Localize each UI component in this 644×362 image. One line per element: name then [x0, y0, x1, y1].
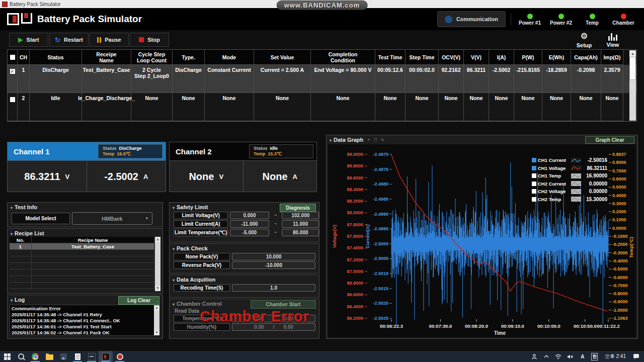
model-select-dropdown[interactable]: HMBaek ▼	[72, 212, 152, 225]
channel-1-voltage: 86.3211V	[8, 161, 87, 192]
taskbar-chrome-button[interactable]	[28, 351, 42, 362]
legend-row-ch1-current: CH1 Current-2.50016	[532, 156, 607, 164]
section-collapse-icon[interactable]: ▾	[173, 278, 175, 283]
tray-notification-button[interactable]	[631, 351, 641, 362]
section-collapse-icon[interactable]: ▾	[173, 247, 175, 251]
scroll-down-icon[interactable]: ▼	[154, 330, 159, 335]
pack-value-field[interactable]: -10.000	[232, 261, 315, 269]
section-collapse-icon[interactable]: ▾	[330, 138, 332, 143]
recipe-empty-row	[10, 283, 154, 289]
legend-checkbox[interactable]	[532, 166, 536, 170]
start-menu-button[interactable]	[0, 351, 14, 362]
channel-2-status: Idle	[270, 146, 278, 151]
temp-tick-label: -1.0000	[612, 308, 628, 313]
scroll-up-icon[interactable]: ▲	[629, 50, 636, 57]
current-tick-label: -2.4995	[373, 226, 388, 231]
table-cell: None	[406, 93, 439, 121]
diagnosis-button[interactable]: Diagnosis	[280, 204, 316, 212]
voltage-tick-label: 89.0000	[347, 152, 363, 157]
folder-icon	[46, 354, 53, 360]
log-line: Communication Error	[12, 306, 152, 312]
legend-checkbox[interactable]	[532, 189, 536, 194]
taskbar-clock[interactable]: 오후 2:41	[602, 353, 629, 360]
table-cell: 00:05:02.0	[406, 65, 439, 93]
chrome-icon	[32, 353, 39, 360]
channel-2-temp: 15.3℃	[268, 151, 282, 156]
taskbar-search-button[interactable]	[14, 351, 28, 362]
pause-button[interactable]: Pause	[90, 33, 129, 47]
section-collapse-icon[interactable]: ▾	[11, 206, 13, 210]
legend-checkbox[interactable]	[532, 182, 536, 186]
restart-icon: ↻	[55, 36, 60, 44]
scroll-down-icon[interactable]: ▼	[155, 286, 160, 291]
table-row[interactable]: ✓1DisChargeTest_Battery_Case2 Cycle Step…	[8, 65, 636, 93]
graph-pan-tool-icon[interactable]: ↖	[381, 137, 385, 142]
row-checkbox[interactable]	[10, 97, 15, 102]
pack-value-field[interactable]: 10.000	[232, 253, 315, 260]
taskbar-photos-button[interactable]	[56, 351, 70, 362]
range-tilde: ~	[274, 230, 277, 235]
scroll-thumb[interactable]	[629, 57, 636, 80]
stop-button[interactable]: Stop	[130, 33, 169, 47]
scroll-up-icon[interactable]: ▲	[154, 305, 159, 311]
tray-people-button[interactable]	[529, 351, 539, 362]
limit-max-field[interactable]: 11.000	[282, 220, 319, 228]
chamber-start-button[interactable]: Chamber Start	[251, 300, 316, 309]
table-scrollbar[interactable]: ▲	[629, 50, 636, 121]
limit-max-field[interactable]: 102.000	[282, 212, 319, 219]
taskbar-app-button[interactable]	[85, 351, 99, 362]
legend-checkbox[interactable]	[532, 173, 536, 178]
limit-min-field[interactable]: -5.000	[230, 229, 269, 236]
stop-icon	[139, 37, 144, 42]
limit-min-field[interactable]: -11.000	[230, 220, 269, 228]
tray-network-button[interactable]	[553, 351, 564, 362]
tray-ime-korean-button[interactable]: 한	[590, 351, 600, 362]
table-cell: None	[205, 93, 254, 121]
taskbar-notepad-button[interactable]	[70, 351, 85, 362]
row-checkbox[interactable]: ✓	[10, 69, 15, 74]
setup-button[interactable]: ⚙ Setup	[573, 31, 596, 50]
legend-checkbox[interactable]	[532, 197, 536, 202]
tray-show-hidden-button[interactable]	[541, 351, 551, 362]
limit-max-field[interactable]: 80.000	[282, 229, 319, 236]
section-collapse-icon[interactable]: ▾	[11, 298, 13, 303]
model-select-button[interactable]: Model Select	[12, 213, 70, 224]
taskbar-bandicam-button[interactable]	[113, 351, 127, 362]
view-button[interactable]: View	[601, 31, 624, 50]
recipe-scrollbar[interactable]: ▲ ▼	[155, 237, 160, 291]
start-button[interactable]: ▶Start	[9, 33, 48, 47]
taskbar-battery-simulator-button[interactable]	[99, 351, 113, 362]
log-scrollbar[interactable]: ▲ ▼	[154, 305, 159, 335]
section-collapse-icon[interactable]: ▾	[173, 302, 175, 307]
header-checkbox[interactable]	[10, 55, 15, 60]
time-tick-label: 00:10:00.0	[537, 323, 560, 329]
limit-min-field[interactable]: 0.000	[230, 212, 269, 219]
channel-1-name: Channel 1	[14, 147, 50, 156]
tray-ime-latin-button[interactable]: A	[578, 351, 588, 362]
section-collapse-icon[interactable]: ▾	[11, 232, 13, 236]
recording-time-field[interactable]: 1.0	[232, 284, 315, 292]
section-collapse-icon[interactable]: ▾	[173, 206, 175, 210]
scroll-up-icon[interactable]: ▲	[155, 237, 160, 242]
communication-button[interactable]: Communication	[437, 11, 506, 27]
taskbar-explorer-button[interactable]	[42, 351, 56, 362]
current-axis-title: Current(A)	[365, 224, 370, 248]
table-row[interactable]: 2Idlele_Charge_Discharge_NoneNoneNoneNon…	[8, 93, 636, 121]
recipe-row[interactable]: 1Test_Battery_Case	[10, 243, 154, 250]
safety-limit-label: Limit Current(A)	[174, 220, 228, 228]
communication-label: Communication	[456, 16, 498, 22]
tray-volume-button[interactable]	[566, 351, 576, 362]
restart-button[interactable]: ↻Restart	[49, 33, 89, 47]
legend-checkbox[interactable]	[532, 158, 536, 162]
graph-crosshair-tool-icon[interactable]: +	[367, 137, 370, 142]
table-header-cell: E(Wh)	[542, 50, 571, 65]
graph-zoom-tool-icon[interactable]: □	[374, 137, 377, 142]
log-clear-button[interactable]: Log Clear	[118, 296, 159, 305]
temp-tick-label: 0.0000	[612, 226, 626, 231]
safety-limit-panel: ▾Safety Limit Diagnosis Limit Voltage(V)…	[169, 202, 319, 242]
x-axis-title: Time	[494, 330, 506, 336]
legend-label: CH1 Temp	[538, 173, 570, 178]
graph-clear-button[interactable]: Graph Clear	[585, 136, 634, 144]
voltage-tick-label: 88.0000	[347, 210, 363, 215]
temp-tick-label: -0.8000	[612, 291, 628, 296]
